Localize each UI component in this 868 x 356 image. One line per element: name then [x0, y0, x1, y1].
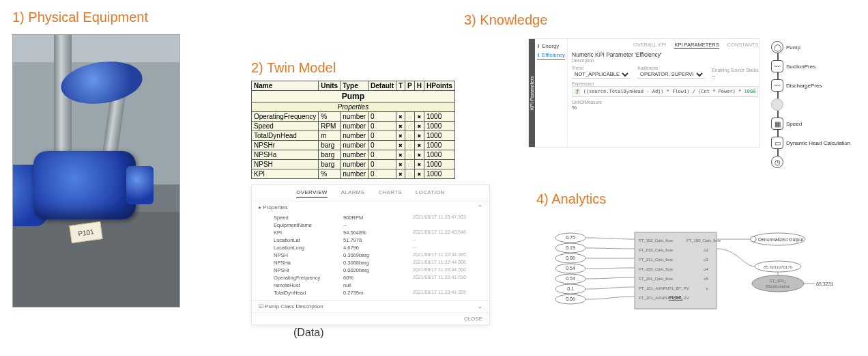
- checkbox-icon: [399, 133, 402, 139]
- prop-timestamp: 2021/08/17 11:22:44.006: [413, 260, 482, 266]
- graph-node[interactable]: 〰SuctionPres: [771, 60, 853, 72]
- sidebar-item-energy[interactable]: ⫾Energy: [537, 42, 565, 51]
- checkbox-icon: [408, 152, 411, 159]
- pump-table-title: Pump: [252, 91, 455, 102]
- data-tabs: OVERVIEWALARMSCHARTSLOCATION: [252, 185, 489, 201]
- node-icon: ◷: [771, 156, 783, 168]
- tab-kpi-parameters[interactable]: KPI PARAMETERS: [674, 42, 719, 49]
- table-row: NPSHabargnumber01000: [252, 150, 455, 160]
- prop-key: NPSHr: [274, 267, 343, 273]
- heading-analytics: 4) Analytics: [536, 191, 606, 207]
- block-field: FT_102_Cals_flow: [639, 238, 674, 243]
- checkbox-icon: [399, 161, 402, 168]
- close-button[interactable]: CLOSE: [464, 316, 482, 322]
- graph-node[interactable]: 〰DischargePres: [771, 79, 853, 92]
- prop-key: LocationLat: [274, 237, 343, 243]
- prop-timestamp: [413, 222, 482, 228]
- kpi-title: Numeric KPI Parameter 'Efficiency': [572, 51, 662, 58]
- prop-timestamp: 2021/08/17 11:22:44.560: [413, 267, 482, 273]
- checkbox-icon: [418, 161, 421, 168]
- wire: [585, 297, 635, 299]
- node-icon: [771, 98, 783, 111]
- prop-value: 4.6796: [343, 245, 413, 251]
- tab-constants[interactable]: CONSTANTS: [727, 42, 759, 49]
- prop-timestamp: 2021/08/17 11:22:49.546: [413, 230, 482, 236]
- checkbox-icon: [399, 152, 402, 159]
- uom-label: UnitOfMeasure: [572, 100, 758, 105]
- checkbox-icon: [408, 133, 411, 139]
- checkbox-icon: [399, 123, 402, 130]
- tab-overview[interactable]: OVERVIEW: [296, 189, 327, 198]
- wire: [717, 249, 755, 266]
- checkbox-icon: [418, 123, 421, 130]
- prop-value: 0.2739m: [343, 290, 413, 296]
- bar-chart-icon: ⫾: [537, 52, 540, 58]
- checkbox-icon: [408, 161, 411, 168]
- prop-value: 51.7978: [343, 237, 413, 243]
- prop-value: --: [343, 222, 413, 228]
- prop-value: 900RPM: [343, 215, 413, 221]
- prop-value: 0.3069barg: [343, 252, 413, 258]
- sidebar-item-efficiency[interactable]: ⫾Efficiency: [537, 51, 565, 60]
- knowledge-panel: KPI Parameters ⫾Energy⫾Efficiency OVERAL…: [528, 38, 760, 148]
- prop-value: null: [343, 282, 413, 288]
- checkbox-icon: [399, 113, 402, 120]
- col-type: Type: [341, 81, 368, 91]
- wire: [585, 268, 635, 269]
- enabling-source-val: --: [712, 72, 715, 79]
- node-icon: ▭: [771, 137, 783, 149]
- input-value: 0.06: [566, 297, 575, 301]
- block-port: o3: [704, 258, 708, 262]
- pmml-label: PMML: [669, 295, 682, 300]
- node-icon: ◯: [771, 41, 783, 53]
- prop-key: TotalDynHead: [274, 290, 343, 296]
- checkbox-icon: [408, 171, 411, 178]
- knowledge-graph: ◯Pump〰SuctionPres〰DischargePres▦Speed▭Dy…: [771, 41, 853, 178]
- tab-overall-kpi[interactable]: OVERALL KPI: [633, 42, 667, 49]
- node-label: DischargePres: [786, 83, 822, 89]
- graph-node[interactable]: ◯Pump: [771, 41, 853, 53]
- class-description-header[interactable]: ☑ Pump Class Description: [259, 303, 323, 310]
- prop-key: NPSH: [274, 252, 343, 258]
- block-port: o5: [704, 277, 708, 281]
- node-icon: ▦: [771, 118, 783, 130]
- collapse-icon[interactable]: ⌃: [478, 204, 482, 210]
- properties-section-header[interactable]: ▸ Properties: [259, 204, 288, 210]
- pump-table-subtitle: Properties: [252, 102, 455, 112]
- prop-key: NPSHa: [274, 260, 343, 266]
- col-h: H: [414, 81, 424, 91]
- kpi-title-sub: Description: [572, 58, 758, 63]
- kpi-parameters-vtab[interactable]: KPI Parameters: [529, 39, 535, 147]
- checkbox-icon: [408, 113, 411, 120]
- table-row: TotalDynHeadmnumber01000: [252, 131, 455, 141]
- graph-node[interactable]: ◷: [771, 156, 853, 168]
- audiences-select[interactable]: OPERATOR, SUPERVISOR, MANAGEMENT: [637, 70, 705, 79]
- tab-charts[interactable]: CHARTS: [378, 189, 402, 198]
- col-default: Default: [368, 81, 396, 91]
- output-value: 85.3231: [816, 282, 833, 286]
- trend-select[interactable]: NOT_APPLICABLE: [572, 70, 631, 79]
- tab-location[interactable]: LOCATION: [416, 189, 445, 198]
- expression-box[interactable]: ƒ ((source.TotalDynHead - Adj) * Flow1) …: [572, 86, 758, 97]
- graph-node[interactable]: ▦Speed: [771, 118, 853, 130]
- block-field: PT_101_A/INPUT1_BT_PV: [639, 286, 689, 290]
- expand-icon[interactable]: ⌄: [478, 303, 482, 310]
- graph-node[interactable]: ▭Dynamic Head Calculation: [771, 137, 853, 149]
- output-node[interactable]: [752, 275, 804, 292]
- col-units: Units: [319, 81, 341, 91]
- wire: [585, 238, 635, 239]
- block-field: FT_201_Cals_flow: [639, 277, 674, 281]
- analytics-panel: FT_102_Cals_flowFT_010_Cals_flowFT_211_C…: [539, 219, 839, 328]
- pump-tag: P101: [69, 221, 102, 243]
- prop-timestamp: --: [413, 237, 482, 243]
- tab-alarms[interactable]: ALARMS: [341, 189, 365, 198]
- knowledge-sidebar: ⫾Energy⫾Efficiency: [535, 39, 568, 147]
- heading-knowledge: 3) Knowledge: [464, 12, 547, 28]
- col-t: T: [396, 81, 405, 91]
- wire: [585, 248, 635, 249]
- graph-node[interactable]: [771, 98, 853, 111]
- prop-key: KPI: [274, 230, 343, 236]
- checkbox-icon: [418, 152, 421, 159]
- output-value: 85.3231070176: [764, 265, 792, 269]
- port-icon: [751, 236, 756, 242]
